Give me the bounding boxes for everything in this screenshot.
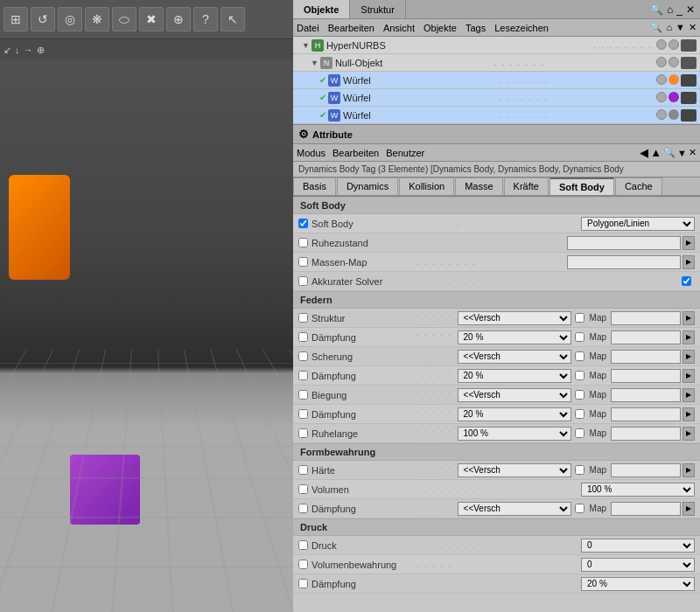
menu-ansicht[interactable]: Ansicht bbox=[383, 23, 415, 33]
check-akkurater-solver[interactable] bbox=[298, 276, 308, 286]
dampfung-druck-select[interactable]: 20 % bbox=[582, 578, 694, 590]
menu-objekte[interactable]: Objekte bbox=[424, 23, 457, 33]
map-input-dampfung-form[interactable] bbox=[611, 502, 681, 516]
tab-objekte[interactable]: Objekte bbox=[293, 0, 350, 18]
attr-tab-dynamics[interactable]: Dynamics bbox=[337, 177, 398, 195]
check-druck[interactable] bbox=[298, 540, 308, 550]
attr-tab-kraefte[interactable]: Kräfte bbox=[504, 177, 549, 195]
nav-up-icon[interactable]: ▲ bbox=[650, 146, 662, 159]
massen-map-btn[interactable]: ▶ bbox=[682, 255, 695, 269]
check-dampfung2[interactable] bbox=[298, 371, 308, 380]
map-input-dampfung3[interactable] bbox=[611, 407, 681, 421]
select-biegung[interactable]: <<Versch bbox=[458, 388, 571, 402]
check-ruhezustand[interactable] bbox=[298, 238, 308, 247]
ruhezustand-btn[interactable]: ▶ bbox=[682, 236, 695, 250]
select-dampfung-form[interactable]: <<Versch bbox=[458, 502, 571, 516]
tool-nurbs[interactable]: ◎ bbox=[58, 7, 82, 31]
menu-bearbeiten[interactable]: Bearbeiten bbox=[328, 23, 374, 33]
menu-lesezeichen[interactable]: Lesezeichen bbox=[494, 23, 549, 33]
attr-close-icon[interactable]: ✕ bbox=[689, 147, 696, 158]
map-input-ruhelange[interactable] bbox=[611, 427, 681, 441]
dampfung2-select[interactable]: 20 % bbox=[458, 370, 570, 382]
map-check-dampfung2[interactable] bbox=[575, 371, 584, 380]
map-input-scherung[interactable] bbox=[611, 350, 681, 364]
map-btn-dampfung2[interactable]: ▶ bbox=[682, 369, 695, 383]
close-small-icon[interactable]: ✕ bbox=[689, 22, 696, 33]
check-dampfung3[interactable] bbox=[298, 409, 308, 419]
map-btn-struktur[interactable]: ▶ bbox=[682, 311, 695, 325]
check-dampfung1[interactable] bbox=[298, 332, 308, 342]
minimize-small-icon[interactable]: ▼ bbox=[676, 22, 685, 33]
tool-cube[interactable]: ⊞ bbox=[4, 7, 28, 31]
select-dampfung2[interactable]: 20 % bbox=[458, 369, 571, 383]
tool-add[interactable]: ⊕ bbox=[166, 7, 191, 31]
map-input-harte[interactable] bbox=[611, 463, 681, 477]
check-struktur[interactable] bbox=[298, 313, 308, 323]
input-massen-map[interactable] bbox=[567, 255, 681, 269]
volumen-select[interactable]: 100 % bbox=[582, 483, 694, 496]
attr-tab-basis[interactable]: Basis bbox=[293, 177, 336, 195]
check-dampfung-druck[interactable] bbox=[298, 579, 308, 588]
select-struktur[interactable]: <<Versch bbox=[458, 311, 571, 325]
tree-row-hypernurbs[interactable]: ▼ H HyperNURBS . . . . . . . . bbox=[293, 37, 700, 54]
map-btn-harte[interactable]: ▶ bbox=[682, 463, 695, 477]
tool-cross[interactable]: ✖ bbox=[139, 7, 164, 31]
check-massen-map[interactable] bbox=[298, 257, 308, 267]
tab-struktur[interactable]: Struktur bbox=[350, 0, 406, 18]
attr-menu-benutzer[interactable]: Benutzer bbox=[386, 148, 424, 158]
minimize-icon[interactable]: _ bbox=[676, 3, 682, 16]
struktur-select[interactable]: <<Versch bbox=[458, 312, 570, 324]
map-btn-ruhelange[interactable]: ▶ bbox=[682, 427, 695, 441]
tool-cursor[interactable]: ↖ bbox=[220, 7, 245, 31]
map-input-dampfung2[interactable] bbox=[611, 369, 681, 383]
map-btn-scherung[interactable]: ▶ bbox=[682, 350, 695, 364]
nav-right[interactable]: → bbox=[24, 45, 33, 55]
check-scherung[interactable] bbox=[298, 351, 308, 361]
druck-select[interactable]: 0 bbox=[582, 539, 694, 552]
tree-row-wurfel1[interactable]: ✔ W Würfel . . . . . . . bbox=[293, 72, 700, 89]
biegung-select[interactable]: <<Versch bbox=[458, 389, 570, 401]
attr-menu-bearbeiten[interactable]: Bearbeiten bbox=[332, 148, 379, 158]
check-softbody[interactable] bbox=[298, 219, 308, 228]
map-btn-dampfung3[interactable]: ▶ bbox=[682, 407, 695, 421]
map-btn-biegung[interactable]: ▶ bbox=[682, 388, 695, 402]
dampfung1-select[interactable]: 20 % bbox=[458, 331, 570, 344]
check-ruhelange[interactable] bbox=[298, 428, 308, 438]
map-input-struktur[interactable] bbox=[611, 311, 681, 325]
menu-tags[interactable]: Tags bbox=[466, 23, 486, 33]
nav-back-icon[interactable]: ◀ bbox=[640, 146, 648, 159]
map-check-dampfung1[interactable] bbox=[575, 332, 584, 342]
attr-tab-cache[interactable]: Cache bbox=[615, 177, 662, 195]
tree-row-null[interactable]: ▼ N Null-Objekt . . . . . . . bbox=[293, 54, 700, 72]
nav-down[interactable]: ↓ bbox=[15, 45, 20, 55]
select-volumenbewahrung[interactable]: 0 bbox=[581, 558, 695, 572]
tree-arrow-null[interactable]: ▼ bbox=[311, 59, 318, 67]
attr-menu-modus[interactable]: Modus bbox=[297, 148, 326, 158]
select-dampfung3[interactable]: 20 % bbox=[458, 407, 571, 421]
attr-tab-softbody[interactable]: Soft Body bbox=[550, 177, 614, 195]
input-ruhezustand[interactable] bbox=[567, 236, 681, 250]
ruhelange-select[interactable]: 100 % bbox=[458, 428, 570, 440]
map-check-dampfung-form[interactable] bbox=[575, 504, 584, 513]
tree-row-wurfel2[interactable]: ✔ W Würfel . . . . . . . bbox=[293, 89, 700, 107]
map-check-struktur[interactable] bbox=[575, 313, 584, 323]
select-harte[interactable]: <<Versch bbox=[458, 463, 571, 477]
search-small-icon[interactable]: 🔍 bbox=[650, 22, 662, 33]
attr-tab-masse[interactable]: Masse bbox=[455, 177, 502, 195]
map-check-scherung[interactable] bbox=[575, 351, 584, 361]
nav-left[interactable]: ↙ bbox=[4, 45, 11, 56]
check-dampfung-form[interactable] bbox=[298, 504, 308, 513]
select-scherung[interactable]: <<Versch bbox=[458, 350, 571, 364]
map-check-ruhelange[interactable] bbox=[575, 428, 584, 438]
check-volumenbewahrung[interactable] bbox=[298, 560, 308, 569]
home-small-icon[interactable]: ⌂ bbox=[666, 22, 672, 33]
tool-ellipse[interactable]: ⬭ bbox=[112, 7, 136, 31]
map-btn-dampfung-form[interactable]: ▶ bbox=[682, 502, 695, 516]
map-check-dampfung3[interactable] bbox=[575, 409, 584, 419]
attr-search-icon[interactable]: 🔍 bbox=[663, 147, 676, 158]
check-volumen[interactable] bbox=[298, 484, 308, 494]
menu-datei[interactable]: Datei bbox=[297, 23, 319, 33]
attr-minimize-icon[interactable]: ▼ bbox=[677, 148, 687, 158]
select-dampfung-druck[interactable]: 20 % bbox=[581, 577, 695, 591]
val-akkurater-solver[interactable] bbox=[682, 276, 691, 286]
